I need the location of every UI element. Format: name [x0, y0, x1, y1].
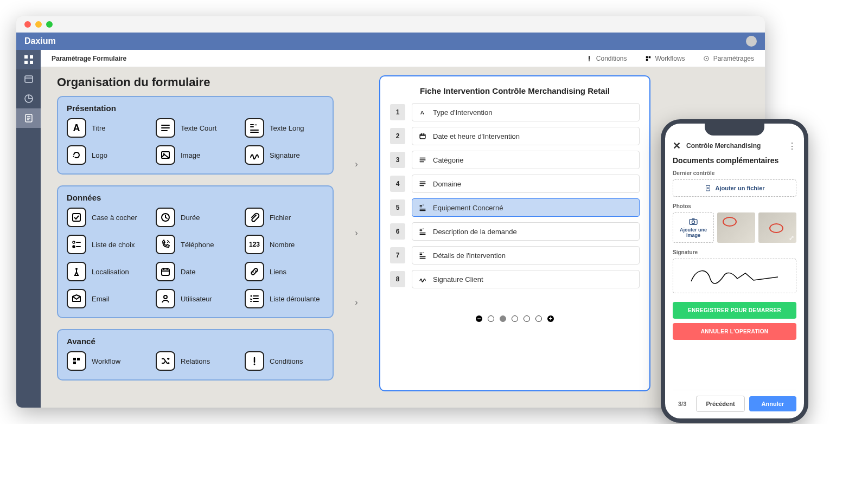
chevron-right-icon[interactable]: ›: [355, 228, 358, 238]
row-number: 2: [390, 128, 405, 144]
rail-stats-icon[interactable]: [16, 89, 41, 108]
form-row[interactable]: 7Détails de l'intervention: [390, 246, 640, 265]
sig-icon: [245, 145, 264, 165]
pager-minus[interactable]: −: [476, 315, 482, 322]
panel-data: Données Case à cocherDuréeFichierListe d…: [57, 185, 334, 318]
form-row[interactable]: 4Domaine: [390, 175, 640, 193]
pager-dot[interactable]: [488, 315, 494, 322]
rail-calendar-icon[interactable]: [16, 69, 41, 89]
shuffle-icon: [156, 351, 175, 371]
signature-box[interactable]: [673, 259, 796, 293]
user-avatar[interactable]: [746, 36, 757, 47]
mac-close-dot[interactable]: [24, 21, 31, 28]
field-label: Texte Long: [270, 124, 304, 132]
field-type-clock[interactable]: Durée: [156, 208, 235, 227]
field-type-exclaim[interactable]: Conditions: [245, 351, 324, 371]
field-type-123[interactable]: 123Nombre: [245, 235, 324, 254]
expand-column: › › ›: [350, 75, 363, 391]
field-type-clip[interactable]: Fichier: [245, 208, 324, 227]
panel-presentation-title: Présentation: [67, 104, 324, 113]
field-label: Localisation: [92, 268, 129, 276]
chevron-right-icon[interactable]: ›: [355, 159, 358, 169]
rail-form-icon[interactable]: [16, 108, 41, 128]
check-icon: [67, 208, 86, 227]
add-file-button[interactable]: Ajouter un fichier: [673, 179, 796, 197]
row-body[interactable]: Signature Client: [412, 270, 640, 288]
mac-minimize-dot[interactable]: [35, 21, 42, 28]
previous-button[interactable]: Précédent: [696, 396, 744, 412]
pager-dot-active[interactable]: [500, 315, 506, 322]
phone-close-icon[interactable]: ✕: [673, 140, 681, 152]
field-type-link[interactable]: Liens: [245, 262, 324, 281]
cancel-button[interactable]: Annuler: [749, 396, 796, 411]
form-row[interactable]: 8Signature Client: [390, 270, 640, 288]
field-type-mail[interactable]: Email: [67, 289, 146, 308]
form-row[interactable]: 2Date et heure d'Intervention: [390, 127, 640, 145]
field-type-shuffle[interactable]: Relations: [156, 351, 235, 371]
field-label: Conditions: [270, 357, 303, 365]
field-type-pin[interactable]: Localisation: [67, 262, 146, 281]
field-type-lines[interactable]: Texte Court: [156, 118, 235, 138]
preview-pane: Fiche Intervention Contrôle Merchandisin…: [379, 75, 650, 391]
photo-thumbnail[interactable]: [717, 212, 755, 243]
rail-apps-icon[interactable]: [16, 50, 41, 69]
field-type-quote[interactable]: Texte Long: [245, 118, 324, 138]
form-row[interactable]: 1AType d'Intervention: [390, 103, 640, 121]
chevron-right-icon[interactable]: ›: [355, 298, 358, 307]
row-label: Catégorie: [433, 156, 463, 164]
row-body[interactable]: Détails de l'intervention: [412, 246, 640, 265]
field-type-listcheck[interactable]: Liste de choix: [67, 235, 146, 254]
form-row[interactable]: 5Equipement Concerné: [390, 198, 640, 217]
save-start-button[interactable]: ENREGISTRER POUR DEMARRER: [673, 302, 796, 319]
field-type-refresh[interactable]: Logo: [67, 145, 146, 165]
expand-icon[interactable]: ⤢: [789, 234, 794, 242]
field-type-user[interactable]: Utilisateur: [156, 289, 235, 308]
dropdown-icon: [245, 289, 264, 308]
phone-kebab-icon[interactable]: ⋮: [788, 141, 796, 151]
svg-rect-16: [30, 55, 33, 59]
row-number: 8: [390, 271, 405, 287]
app-header: Daxium: [16, 33, 765, 50]
row-body[interactable]: Date et heure d'Intervention: [412, 127, 640, 145]
subheader-parametrages[interactable]: Paramétrages: [703, 55, 754, 62]
add-image-button[interactable]: Ajouter une image: [673, 212, 714, 243]
row-body[interactable]: Catégorie: [412, 151, 640, 169]
row-body[interactable]: Description de la demande: [412, 222, 640, 241]
listcheck-icon: [67, 235, 86, 254]
form-row[interactable]: 3Catégorie: [390, 151, 640, 169]
field-type-calendar[interactable]: Date: [156, 262, 235, 281]
A-icon: A: [418, 108, 427, 116]
row-number: 4: [390, 176, 405, 192]
pager-plus[interactable]: +: [547, 315, 554, 322]
pager-dot[interactable]: [512, 315, 518, 322]
mac-maximize-dot[interactable]: [46, 21, 53, 28]
panel-data-title: Données: [67, 193, 324, 202]
field-type-workflow[interactable]: Workflow: [67, 351, 146, 371]
subheader-conditions[interactable]: Conditions: [585, 55, 627, 62]
form-row[interactable]: 6Description de la demande: [390, 222, 640, 241]
field-label: Titre: [92, 124, 106, 132]
field-label: Image: [181, 151, 200, 159]
photo-thumbnail[interactable]: ⤢: [758, 212, 796, 243]
field-label: Liste de choix: [92, 241, 135, 249]
svg-point-26: [692, 221, 694, 223]
row-body[interactable]: Equipement Concerné: [412, 198, 640, 217]
field-type-sig[interactable]: Signature: [245, 145, 324, 165]
pager-dot[interactable]: [524, 315, 530, 322]
subheader-workflows[interactable]: Workflows: [644, 55, 685, 62]
field-type-dropdown[interactable]: Liste déroulante: [245, 289, 324, 308]
cancel-operation-button[interactable]: ANNULER L'OPERATION: [673, 323, 796, 340]
row-body[interactable]: Domaine: [412, 175, 640, 193]
panel-advanced-title: Avancé: [67, 337, 324, 346]
field-type-A[interactable]: ATitre: [67, 118, 146, 138]
row-label: Equipement Concerné: [433, 204, 503, 212]
lines-icon: [418, 156, 427, 164]
pager-dot[interactable]: [535, 315, 542, 322]
row-body[interactable]: AType d'Intervention: [412, 103, 640, 121]
123-icon: 123: [245, 235, 264, 254]
field-type-image[interactable]: Image: [156, 145, 235, 165]
field-label: Signature: [270, 151, 300, 159]
field-type-phone[interactable]: Téléphone: [156, 235, 235, 254]
field-type-check[interactable]: Case à cocher: [67, 208, 146, 227]
svg-rect-18: [30, 61, 33, 64]
